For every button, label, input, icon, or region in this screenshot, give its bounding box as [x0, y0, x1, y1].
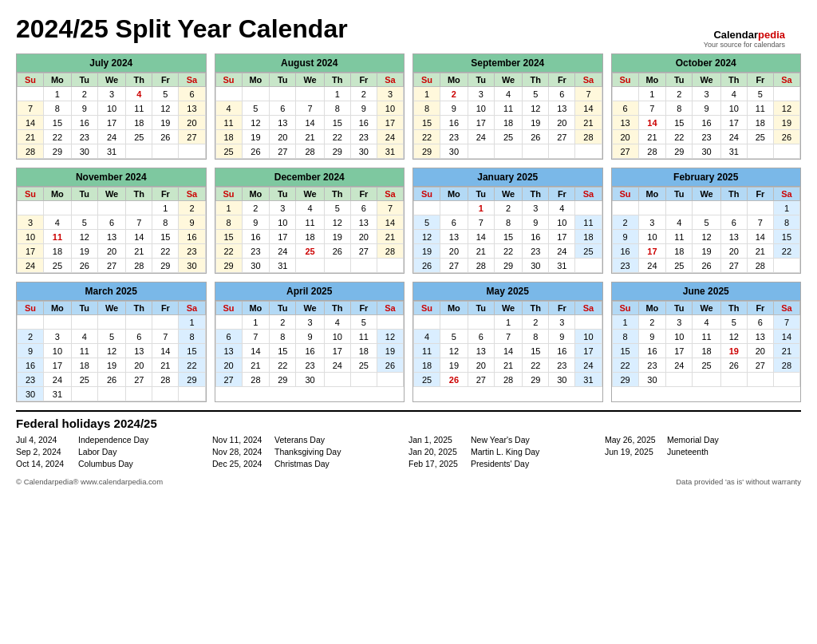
cal-day: 13 [97, 230, 125, 244]
cal-day: 7 [494, 330, 522, 344]
holiday-item: Jun 19, 2025Juneteenth [605, 447, 801, 456]
cal-day [179, 144, 205, 159]
day-header-mo: Mo [242, 302, 270, 315]
day-header-su: Su [215, 302, 242, 315]
cal-day: 23 [18, 373, 44, 387]
calendar-march-2025: March 2025SuMoTuWeThFrSa1234567891011121… [16, 282, 207, 402]
day-header-sa: Sa [179, 73, 205, 87]
cal-day [126, 387, 152, 401]
cal-day: 1 [242, 315, 270, 330]
cal-day: 8 [666, 101, 693, 116]
cal-day: 16 [296, 344, 324, 358]
calendar-august-2024: August 2024SuMoTuWeThFrSa123456789101112… [215, 53, 405, 160]
cal-day: 19 [242, 130, 270, 144]
cal-day: 8 [215, 215, 242, 230]
holiday-item: Dec 25, 2024Christmas Day [212, 459, 408, 468]
cal-day: 26 [377, 358, 403, 373]
day-header-sa: Sa [773, 73, 799, 87]
calendar-february-2025: February 2025SuMoTuWeThFrSa1234567891011… [611, 168, 802, 274]
cal-day: 10 [377, 101, 403, 116]
day-header-fr: Fr [549, 188, 575, 201]
cal-day: 31 [720, 144, 747, 159]
cal-day: 21 [242, 358, 270, 373]
cal-day: 26 [440, 373, 468, 387]
cal-day [773, 87, 799, 101]
day-header-mo: Mo [242, 73, 270, 87]
holiday-date: Dec 25, 2024 [212, 459, 270, 468]
day-header-we: We [97, 73, 125, 87]
cal-day: 8 [523, 330, 549, 344]
cal-day: 23 [179, 244, 205, 259]
day-header-fr: Fr [350, 188, 377, 201]
cal-day [666, 373, 693, 387]
day-header-mo: Mo [638, 302, 666, 315]
cal-day: 20 [747, 344, 773, 358]
cal-day: 1 [414, 87, 440, 101]
day-header-tu: Tu [468, 302, 494, 315]
cal-day: 19 [414, 244, 440, 259]
logo-pedia: pedia [758, 29, 785, 41]
cal-day: 26 [71, 259, 97, 273]
logo-sub: Your source for calendars [704, 41, 785, 49]
cal-day [126, 315, 152, 330]
footer-right: Data provided 'as is' without warranty [676, 477, 801, 486]
cal-day: 4 [324, 315, 350, 330]
cal-day: 24 [666, 358, 693, 373]
day-header-fr: Fr [152, 188, 179, 201]
day-header-tu: Tu [71, 302, 97, 315]
cal-month-header: October 2024 [612, 54, 801, 73]
cal-day: 10 [468, 101, 494, 116]
cal-month-header: July 2024 [17, 54, 206, 73]
cal-day: 12 [152, 101, 179, 116]
cal-day: 25 [296, 244, 324, 259]
day-header-su: Su [414, 188, 440, 201]
holidays-section: Federal holidays 2024/25 Jul 4, 2024Inde… [16, 410, 801, 471]
cal-day: 6 [126, 330, 152, 344]
holiday-date: Jun 19, 2025 [605, 447, 662, 456]
cal-day: 2 [179, 201, 205, 215]
cal-day: 2 [270, 315, 296, 330]
cal-day: 11 [44, 230, 72, 244]
cal-day: 18 [414, 358, 440, 373]
cal-day: 30 [549, 373, 575, 387]
cal-day: 30 [350, 144, 377, 159]
cal-day: 24 [18, 259, 44, 273]
cal-day: 18 [494, 116, 522, 130]
cal-day: 2 [638, 315, 666, 330]
footer: © Calendarpedia® www.calendarpedia.com D… [16, 477, 801, 486]
cal-day: 22 [44, 130, 72, 144]
cal-day [575, 259, 602, 273]
cal-day: 15 [612, 344, 638, 358]
cal-day [440, 315, 468, 330]
cal-day [215, 87, 242, 101]
cal-day: 3 [377, 87, 403, 101]
day-header-th: Th [720, 188, 747, 201]
cal-day: 22 [179, 358, 205, 373]
cal-day: 1 [324, 87, 350, 101]
cal-day: 27 [440, 259, 468, 273]
cal-day: 10 [575, 330, 602, 344]
cal-day: 9 [296, 330, 324, 344]
cal-day: 26 [693, 259, 720, 273]
cal-day: 28 [18, 144, 44, 159]
cal-day: 29 [523, 373, 549, 387]
cal-day: 13 [468, 344, 494, 358]
cal-day: 20 [97, 244, 125, 259]
cal-day: 6 [468, 330, 494, 344]
cal-day: 3 [270, 201, 296, 215]
cal-day: 5 [152, 87, 179, 101]
cal-day: 29 [179, 373, 205, 387]
cal-day: 6 [270, 101, 296, 116]
cal-day: 29 [612, 373, 638, 387]
cal-day: 29 [215, 259, 242, 273]
day-header-th: Th [324, 188, 350, 201]
cal-day [773, 144, 799, 159]
day-header-tu: Tu [666, 188, 693, 201]
cal-day: 18 [296, 230, 324, 244]
day-header-fr: Fr [549, 73, 575, 87]
cal-day: 27 [179, 130, 205, 144]
day-header-th: Th [523, 73, 549, 87]
cal-day: 20 [179, 116, 205, 130]
cal-day: 27 [612, 144, 638, 159]
holiday-column-0: Jul 4, 2024Independence DaySep 2, 2024La… [16, 435, 212, 471]
